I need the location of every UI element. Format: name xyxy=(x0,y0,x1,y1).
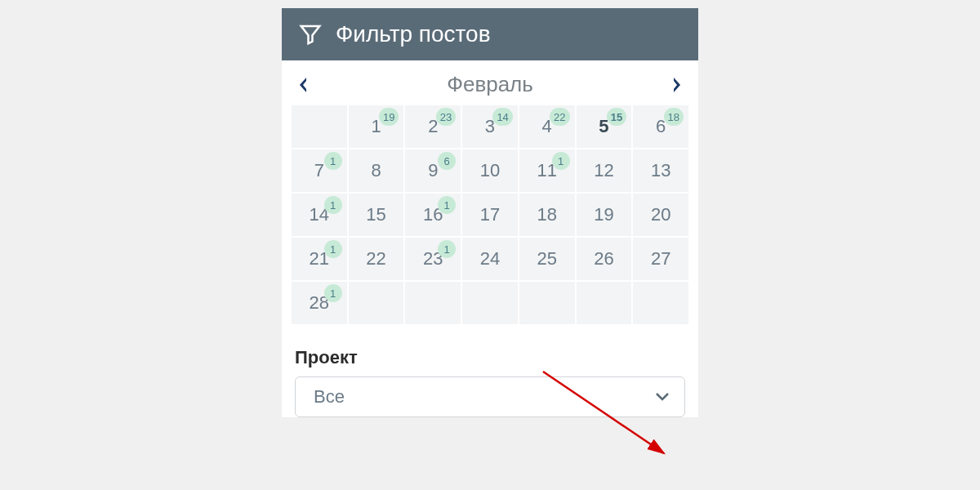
month-label: Февраль xyxy=(447,72,533,97)
calendar-day[interactable]: 12 xyxy=(577,149,632,192)
day-badge: 19 xyxy=(379,108,399,126)
calendar-day[interactable]: 119 xyxy=(349,105,404,148)
day-number: 22 xyxy=(366,248,385,270)
day-badge: 1 xyxy=(438,196,456,214)
calendar-day[interactable]: 17 xyxy=(462,194,518,236)
filter-icon xyxy=(298,22,323,47)
day-badge: 15 xyxy=(607,108,626,126)
calendar-day[interactable]: 15 xyxy=(349,194,404,236)
calendar-day[interactable]: 27 xyxy=(633,238,688,280)
project-select[interactable]: Все xyxy=(295,376,685,417)
calendar-day[interactable]: 96 xyxy=(405,149,461,192)
day-badge: 1 xyxy=(552,152,570,170)
filter-panel: Фильтр постов Февраль 119223314422515618… xyxy=(282,8,698,417)
day-badge: 1 xyxy=(438,240,456,258)
calendar-day[interactable]: 26 xyxy=(577,238,632,280)
next-month-button[interactable] xyxy=(670,75,684,95)
panel-title: Фильтр постов xyxy=(336,21,491,47)
calendar-day[interactable]: 223 xyxy=(405,105,461,148)
day-badge: 1 xyxy=(324,196,342,214)
day-number: 7 xyxy=(314,160,324,181)
day-number: 9 xyxy=(428,160,438,181)
day-badge: 14 xyxy=(492,108,512,126)
project-section: Проект Все xyxy=(282,339,698,417)
calendar-blank xyxy=(519,282,575,324)
day-number: 26 xyxy=(594,248,613,270)
calendar-day[interactable]: 18 xyxy=(519,194,575,236)
calendar-day[interactable]: 22 xyxy=(349,238,404,280)
calendar-day[interactable]: 71 xyxy=(292,149,347,192)
calendar-day[interactable]: 19 xyxy=(577,194,632,236)
calendar-blank xyxy=(292,105,347,148)
day-badge: 6 xyxy=(438,152,456,170)
day-number: 18 xyxy=(537,204,556,225)
day-number: 13 xyxy=(651,160,670,181)
calendar-day[interactable]: 618 xyxy=(633,105,688,148)
day-number: 24 xyxy=(480,248,500,270)
calendar-day[interactable]: 161 xyxy=(405,194,461,236)
day-number: 27 xyxy=(651,248,670,270)
project-label: Проект xyxy=(295,347,685,368)
calendar-day[interactable]: 281 xyxy=(292,282,347,324)
calendar-day[interactable]: 111 xyxy=(519,149,575,192)
chevron-down-icon xyxy=(655,390,670,404)
day-badge: 1 xyxy=(324,284,342,302)
day-badge: 1 xyxy=(324,240,342,258)
panel-header: Фильтр постов xyxy=(282,8,698,60)
day-number: 10 xyxy=(480,160,500,181)
calendar-blank xyxy=(577,282,632,324)
day-number: 8 xyxy=(371,160,381,181)
day-number: 25 xyxy=(537,248,556,270)
calendar-blank xyxy=(633,282,688,324)
day-number: 19 xyxy=(594,204,613,225)
calendar-day[interactable]: 422 xyxy=(519,105,575,148)
day-number: 15 xyxy=(366,204,385,225)
day-number: 20 xyxy=(651,204,670,225)
calendar-blank xyxy=(405,282,461,324)
calendar-blank xyxy=(462,282,518,324)
calendar-day[interactable]: 24 xyxy=(462,238,518,280)
calendar-day[interactable]: 20 xyxy=(633,194,688,236)
day-badge: 18 xyxy=(664,108,684,126)
day-badge: 22 xyxy=(550,108,569,126)
calendar-day[interactable]: 231 xyxy=(405,238,461,280)
month-navigation: Февраль xyxy=(282,60,698,105)
prev-month-button[interactable] xyxy=(296,75,310,95)
calendar-day[interactable]: 211 xyxy=(292,238,347,280)
day-number: 17 xyxy=(480,204,500,225)
day-number: 12 xyxy=(594,160,613,181)
calendar-day[interactable]: 515 xyxy=(577,105,632,148)
calendar-day[interactable]: 8 xyxy=(349,149,404,192)
calendar-day[interactable]: 10 xyxy=(462,149,518,192)
calendar-day[interactable]: 13 xyxy=(633,149,688,192)
calendar-day[interactable]: 25 xyxy=(519,238,575,280)
project-select-value: Все xyxy=(314,386,345,408)
calendar-day[interactable]: 141 xyxy=(292,194,347,236)
calendar-day[interactable]: 314 xyxy=(462,105,518,148)
day-badge: 23 xyxy=(436,108,456,126)
calendar-grid: 1192233144225156187189610111121314115161… xyxy=(282,105,698,339)
day-badge: 1 xyxy=(324,152,342,170)
calendar-blank xyxy=(349,282,404,324)
